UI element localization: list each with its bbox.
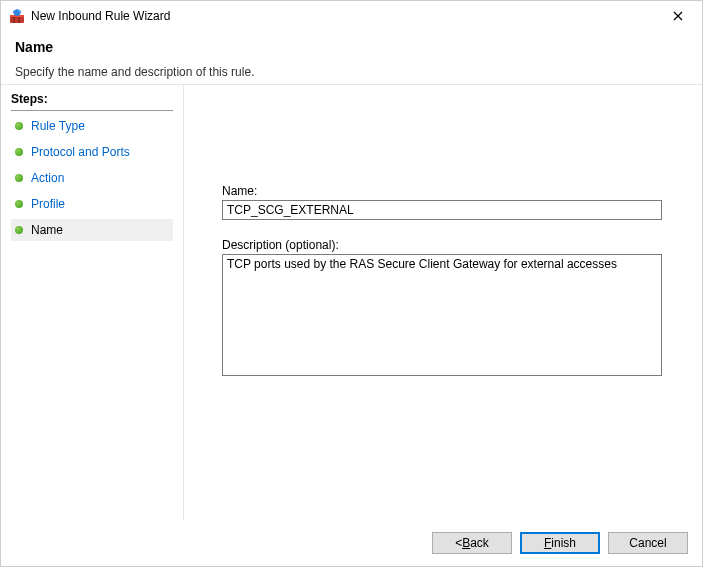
window-title: New Inbound Rule Wizard	[31, 9, 170, 23]
titlebar: New Inbound Rule Wizard	[1, 1, 702, 31]
step-label: Rule Type	[31, 119, 85, 133]
cancel-button[interactable]: Cancel	[608, 532, 688, 554]
step-action[interactable]: Action	[11, 167, 173, 189]
step-label: Protocol and Ports	[31, 145, 130, 159]
page-title: Name	[15, 39, 688, 55]
step-profile[interactable]: Profile	[11, 193, 173, 215]
wizard-main: Name: Description (optional):	[184, 84, 702, 520]
button-bar: < Back Finish Cancel	[1, 520, 702, 566]
step-bullet-icon	[15, 226, 23, 234]
step-label: Action	[31, 171, 64, 185]
svg-rect-3	[18, 17, 20, 23]
svg-rect-2	[13, 17, 15, 23]
firewall-icon	[9, 8, 25, 24]
description-textarea[interactable]	[222, 254, 662, 376]
step-name[interactable]: Name	[11, 219, 173, 241]
steps-sidebar: Steps: Rule Type Protocol and Ports Acti…	[1, 84, 184, 520]
step-protocol-and-ports[interactable]: Protocol and Ports	[11, 141, 173, 163]
description-label: Description (optional):	[222, 238, 662, 252]
finish-button[interactable]: Finish	[520, 532, 600, 554]
step-bullet-icon	[15, 200, 23, 208]
step-bullet-icon	[15, 122, 23, 130]
page-subtitle: Specify the name and description of this…	[15, 65, 688, 79]
back-button[interactable]: < Back	[432, 532, 512, 554]
steps-label: Steps:	[11, 90, 173, 111]
step-bullet-icon	[15, 174, 23, 182]
close-button[interactable]	[658, 2, 698, 30]
step-rule-type[interactable]: Rule Type	[11, 115, 173, 137]
step-label: Name	[31, 223, 63, 237]
wizard-header: Name Specify the name and description of…	[1, 31, 702, 91]
step-bullet-icon	[15, 148, 23, 156]
step-label: Profile	[31, 197, 65, 211]
name-input[interactable]	[222, 200, 662, 220]
name-label: Name:	[222, 184, 662, 198]
